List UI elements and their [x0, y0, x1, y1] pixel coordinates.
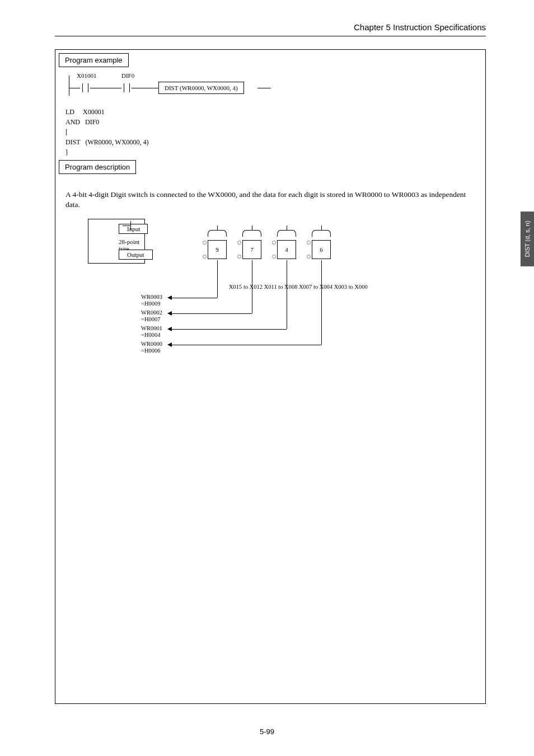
digit-switch: 6 [312, 240, 331, 259]
section-program-description: Program description [59, 160, 136, 174]
function-box: DIST (WR0000, WX0000, 4) [158, 82, 244, 94]
chapter-heading: Chapter 5 Instruction Specifications [354, 22, 486, 32]
digit-switch: 4 [277, 240, 296, 259]
digit-switch: 7 [242, 240, 261, 259]
digit-switch: 9 [208, 240, 227, 259]
stmt-line: AND DIF0 [65, 117, 149, 127]
wr-register-labels: WR0003=H0009 WR0002=H0007 WR0001=H0004 W… [141, 294, 162, 356]
stmt-line: LD X00001 [65, 107, 149, 117]
cpu-module: Input 28-point type Output [88, 219, 145, 264]
cpu-output-label: Output [119, 250, 153, 260]
content-frame: Program example X01001 DIF0 DIST (WR0000… [55, 49, 486, 704]
side-tab-label: DIST (d, s, n) [524, 220, 531, 257]
stmt-line: ] [65, 147, 149, 157]
block-diagram: Input 28-point type Output 9 7 4 6 X015 … [65, 215, 474, 417]
section-program-example: Program example [59, 53, 129, 67]
stmt-line: DIST (WR0000, WX0000, 4) [65, 137, 149, 147]
side-tab: DIST (d, s, n) [521, 212, 534, 266]
statement-list: LD X00001 AND DIF0 [ DIST (WR0000, WX000… [65, 107, 149, 157]
contact2-label: DIF0 [121, 72, 134, 79]
ladder-diagram: X01001 DIF0 DIST (WR0000, WX0000, 4) [69, 83, 298, 106]
stmt-line: [ [65, 127, 149, 137]
contact1-label: X01001 [77, 72, 96, 79]
digit-switches: 9 7 4 6 [207, 230, 346, 264]
header-rule [55, 36, 486, 36]
x-address-range: X015 to X012 X011 to X008 X007 to X004 X… [229, 284, 368, 290]
description-text: A 4-bit 4-digit Digit switch is connecte… [65, 190, 474, 210]
page-number: 5-99 [0, 727, 534, 736]
